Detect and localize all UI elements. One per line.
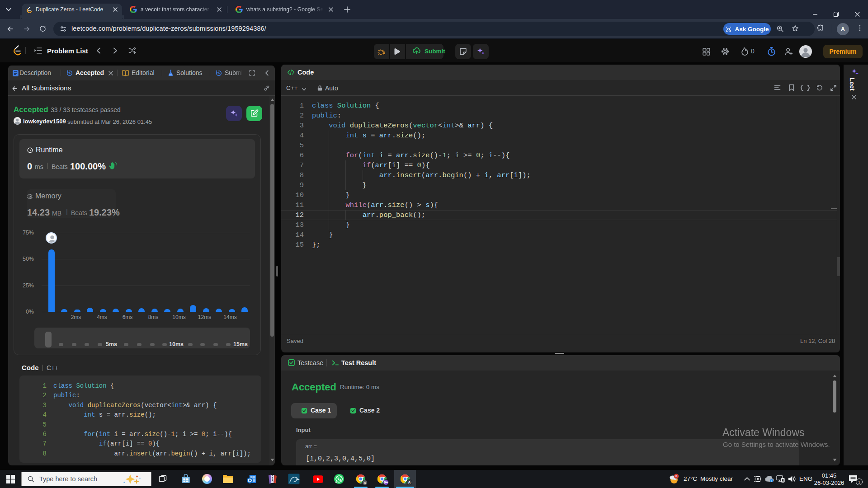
svg-text:3: 3 [675, 474, 678, 478]
